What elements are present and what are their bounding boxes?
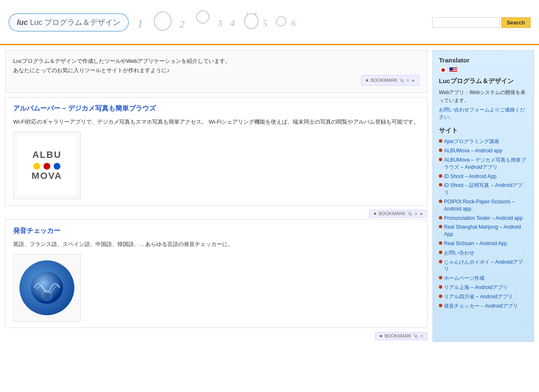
- sidebar-link-item[interactable]: Pronunciation Tester – Android app: [444, 215, 523, 222]
- sidebar-link-item[interactable]: じゃんけんボイポイ – Androidアプリ: [444, 259, 528, 273]
- search-input[interactable]: [432, 17, 500, 28]
- sidebar-bullet-icon: [439, 260, 442, 263]
- content-area: Lucプログラム＆デザインで作成したツールやWebアプリケーションを紹介していま…: [5, 50, 427, 342]
- sidebar-link-item[interactable]: iD Shoot – Android App: [444, 173, 496, 180]
- article1-bookmark-bar: ★ BOOKMARK 📎 ⚙ ►: [5, 210, 427, 218]
- sidebar-link-item[interactable]: iD Shoot – 証明写真 – Androidアプリ: [444, 182, 528, 196]
- svg-text:4: 4: [230, 18, 237, 28]
- sidebar-bullet-icon: [439, 295, 442, 298]
- svg-point-10: [31, 272, 63, 304]
- sidebar-list-item: ホームページ作成: [439, 275, 528, 282]
- svg-point-5: [245, 14, 258, 29]
- article-pronunciation-link[interactable]: 発音チェッカー: [13, 227, 60, 234]
- sidebar-list-item: iD Shoot – 証明写真 – Androidアプリ: [439, 182, 528, 196]
- sidebar-bullet-icon: [439, 276, 442, 279]
- sidebar-link-item[interactable]: ホームページ作成: [444, 275, 485, 282]
- sidebar-contact-link[interactable]: お問い合わせフォームよりご連絡ください。: [439, 107, 525, 120]
- bookmark-widget-2[interactable]: ★ BOOKMARK 📎 ⚙ ►: [369, 210, 427, 218]
- article-pronunciation: 発音チェッカー 英語、フランス語、スペイン語、中国語、韓国語、... あらゆる言…: [5, 219, 427, 328]
- sidebar-link-item[interactable]: Real Sichuan – Android App: [444, 240, 507, 247]
- sidebar-list-item: iD Shoot – Android App: [439, 173, 528, 180]
- intro-line1: Lucプログラム＆デザインで作成したツールやWebアプリケーションを紹介していま…: [13, 57, 419, 66]
- svg-text:5: 5: [263, 19, 269, 28]
- flag-us[interactable]: [449, 67, 457, 73]
- logo-area: luc Luc プログラム＆デザイン 1 2 3 4 5 6: [8, 4, 310, 41]
- search-area: Search: [432, 17, 531, 28]
- sidebar-list-item: 発音チェッカー – Androidアプリ: [439, 303, 528, 310]
- svg-line-6: [246, 12, 248, 15]
- intro-line2: あなたにとってのお気に入りツールとサイトが作れますように♪: [13, 66, 419, 75]
- svg-text:3: 3: [218, 18, 224, 28]
- svg-text:2: 2: [180, 19, 186, 30]
- article-albumova-image: ALBU MOVA: [13, 132, 81, 199]
- sidebar-bullet-icon: [439, 241, 442, 245]
- bookmark-label-2: ★ BOOKMARK: [373, 211, 406, 216]
- main-layout: Lucプログラム＆デザインで作成したツールやWebアプリケーションを紹介していま…: [0, 45, 539, 347]
- dot-blue: [54, 163, 60, 170]
- sidebar-link-item[interactable]: 発音チェッカー – Androidアプリ: [444, 303, 518, 310]
- sidebar-list-item: ALBUMova – デジカメ写真も簡単ブラウズ – Androidアプリ: [439, 157, 528, 171]
- sidebar-brand-text1: Webアプリ・Webシステムの開発を承っています。: [439, 89, 528, 105]
- sidebar-link-item[interactable]: リアル上海 – Androidアプリ: [444, 284, 508, 291]
- article-pronunciation-title[interactable]: 発音チェッカー: [13, 227, 419, 235]
- sidebar-bullet-icon: [439, 183, 442, 187]
- article2-bookmark-bar: ★ BOOKMARK 📎 ⚙: [5, 332, 427, 340]
- sidebar-list-item: POIPOI Rock-Paper-Scissors – Android app: [439, 198, 528, 213]
- header-decoration: 1 2 3 4 5 6: [133, 4, 310, 41]
- article-albumova-link[interactable]: アルバムーバー – デジカメ写真も簡単ブラウズ: [13, 105, 156, 112]
- intro-bookmark-bar: ★ BOOKMARK 📎 ⚙ ►: [13, 75, 419, 86]
- albu-top-text: ALBU: [32, 149, 61, 160]
- sidebar-link-item[interactable]: Real Shanghai Mahjong – Android App: [444, 224, 528, 238]
- sidebar-site-list: Ajaxプログラミング講座ALBUMova – Android appALBUM…: [439, 138, 528, 309]
- flag-japan[interactable]: [439, 67, 447, 73]
- logo[interactable]: luc Luc プログラム＆デザイン: [8, 13, 129, 32]
- pronunciation-logo: [19, 260, 74, 315]
- sidebar-list-item: Real Sichuan – Android App: [439, 240, 528, 247]
- sidebar-link-item[interactable]: ALBUMova – Android app: [444, 147, 502, 154]
- sidebar-link-item[interactable]: お問い合わせ: [444, 249, 474, 257]
- albu-bottom-text: MOVA: [32, 170, 62, 181]
- bookmark-label: ★ BOOKMARK: [365, 76, 397, 84]
- article-pronunciation-body: 英語、フランス語、スペイン語、中国語、韓国語、... あらゆる言語の発音チェッカ…: [13, 240, 419, 249]
- article-pronunciation-image: [13, 254, 81, 322]
- sidebar-bullet-icon: [439, 225, 442, 228]
- dot-red: [44, 163, 50, 170]
- svg-point-1: [154, 12, 171, 30]
- sidebar-translator-title: Translator: [439, 57, 528, 64]
- search-button[interactable]: Search: [501, 17, 531, 28]
- sidebar-bullet-icon: [439, 285, 442, 289]
- intro-box: Lucプログラム＆デザインで作成したツールやWebアプリケーションを紹介していま…: [5, 50, 427, 93]
- sidebar-link-item[interactable]: ALBUMova – デジカメ写真も簡単ブラウズ – Androidアプリ: [444, 157, 528, 171]
- sidebar-bullet-icon: [439, 139, 442, 143]
- sidebar-list-item: Real Shanghai Mahjong – Android App: [439, 224, 528, 238]
- sidebar-list-item: Pronunciation Tester – Android app: [439, 215, 528, 222]
- header: luc Luc プログラム＆デザイン 1 2 3 4 5 6: [0, 0, 539, 41]
- bookmark-widget[interactable]: ★ BOOKMARK 📎 ⚙ ►: [361, 75, 419, 86]
- sidebar-link-item[interactable]: リアル四川省 – Androidアプリ: [444, 293, 513, 300]
- svg-text:6: 6: [291, 19, 297, 28]
- svg-point-12: [44, 292, 50, 299]
- article-albumova-body: Wi-Fi対応のギャラリーアプリで、デジカメ写真もスマホ写真も簡単アクセス。 W…: [13, 117, 419, 127]
- sidebar-list-item: お問い合わせ: [439, 249, 528, 257]
- bookmark-widget-3[interactable]: ★ BOOKMARK 📎 ⚙: [375, 332, 427, 340]
- article-albumova-title[interactable]: アルバムーバー – デジカメ写真も簡単ブラウズ: [13, 104, 419, 113]
- sidebar-list-item: ALBUMova – Android app: [439, 147, 528, 154]
- sidebar-list-item: リアル四川省 – Androidアプリ: [439, 293, 528, 300]
- sidebar-brand-title: Lucプログラム＆デザイン: [439, 77, 528, 85]
- sidebar-link-item[interactable]: POIPOI Rock-Paper-Scissors – Android app: [444, 198, 528, 213]
- sidebar-bullet-icon: [439, 158, 442, 161]
- translator-flags[interactable]: [439, 67, 528, 73]
- sidebar-bullet-icon: [439, 174, 442, 178]
- sidebar-list-item: じゃんけんボイポイ – Androidアプリ: [439, 259, 528, 273]
- sidebar-site-title: サイト: [439, 127, 528, 135]
- sidebar-list-item: リアル上海 – Androidアプリ: [439, 284, 528, 291]
- sidebar-bullet-icon: [439, 149, 442, 152]
- sidebar-bullet-icon: [439, 251, 442, 254]
- sidebar-bullet-icon: [439, 304, 442, 307]
- albu-dots: [33, 163, 60, 170]
- sidebar-link-item[interactable]: Ajaxプログラミング講座: [444, 138, 499, 145]
- svg-text:1: 1: [137, 17, 145, 30]
- sidebar-bullet-icon: [439, 200, 442, 203]
- bookmark-label-3: ★ BOOKMARK: [379, 333, 411, 339]
- sidebar-list-item: Ajaxプログラミング講座: [439, 138, 528, 145]
